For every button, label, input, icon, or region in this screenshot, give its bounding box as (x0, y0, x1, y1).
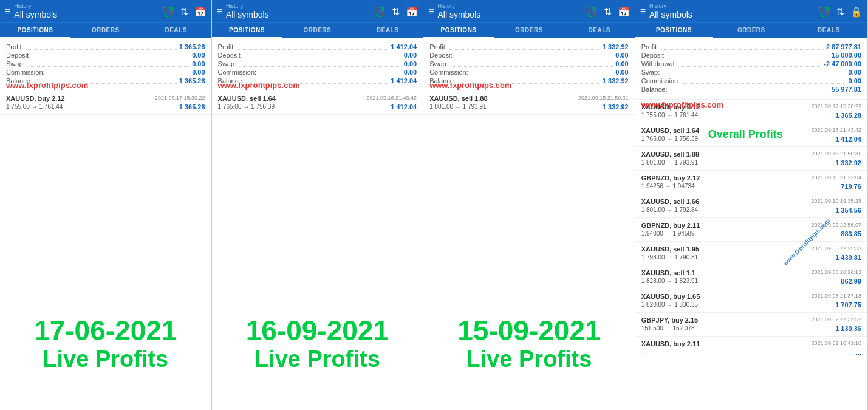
deposit-value: 0.00 (192, 52, 205, 59)
list-item: GBPNZD, buy 2.11 2021.09.02 22:56:07 1.9… (635, 218, 867, 242)
list-item: GBPJPY, buy 2.15 2021.09.02 22:32:52 151… (635, 313, 867, 337)
panel-3-body: Profit: 1 332.92 Deposit 0.00 Swap: 0.00… (423, 38, 635, 410)
overlay-date-3: 15-09-2021 (423, 315, 635, 346)
menu-icon[interactable]: ≡ (5, 6, 10, 17)
panel-2-header: ≡ History All symbols 💱 ⇅ 📅 (212, 0, 423, 22)
tab-positions-2[interactable]: POSITIONS (212, 23, 282, 38)
list-item: XAUUSD, buy 2.11 2021.09.01 10:41:10 ...… (635, 337, 867, 359)
tab-orders-4[interactable]: ORDERS (713, 23, 790, 38)
list-item: XAUUSD, sell 1.88 2021.09.15 21:50:31 1 … (635, 147, 867, 171)
dollar-icon-4[interactable]: 💱 (818, 6, 830, 18)
overlay-profits-1: Live Profits (0, 346, 211, 374)
dollar-icon-2[interactable]: 💱 (374, 6, 386, 18)
header-small-label-3: History (437, 4, 480, 10)
header-small-label-2: History (226, 4, 269, 10)
panel-3-summary: Profit: 1 332.92 Deposit 0.00 Swap: 0.00… (423, 38, 635, 91)
overlay-date-1: 17-06-2021 (0, 315, 211, 346)
trade-price: 1 755.00 → 1 761.44 (6, 103, 63, 110)
overlay-profits-3: Live Profits (423, 346, 635, 374)
panel-4-header: ≡ History All symbols 💱 ⇅ 🔒 (635, 0, 867, 22)
list-item: XAUUSD, sell 1.1 2021.09.06 20:26:13 1 8… (635, 265, 867, 289)
sort-icon[interactable]: ⇅ (180, 6, 188, 18)
tab-positions-1[interactable]: POSITIONS (0, 23, 70, 38)
trade-item-2: XAUUSD, sell 1.64 2021.09.16 21:43:42 1 … (212, 91, 423, 115)
panel-2-body: Profit: 1 412.04 Deposit 0.00 Swap: 0.00… (212, 38, 423, 410)
tab-orders-3[interactable]: ORDERS (494, 23, 564, 38)
deposit-label: Deposit (6, 52, 29, 59)
panel-2-summary: Profit: 1 412.04 Deposit 0.00 Swap: 0.00… (212, 38, 423, 91)
list-item: XAUUSD, buy 1.65 2021.09.03 21:37:18 1 8… (635, 289, 867, 313)
tab-deals-3[interactable]: DEALS (564, 23, 635, 38)
panel-3-tabs: POSITIONS ORDERS DEALS (423, 22, 635, 38)
commission-value: 0.00 (192, 69, 205, 76)
panel-1-header: ≡ History All symbols 💱 ⇅ 📅 (0, 0, 211, 22)
tab-orders-2[interactable]: ORDERS (282, 23, 352, 38)
calendar-icon-2[interactable]: 📅 (406, 6, 418, 18)
panel-1-body: Profit: 1 365.28 Deposit 0.00 Swap: 0.00… (0, 38, 211, 410)
panel-4: ≡ History All symbols 💱 ⇅ 🔒 POSITIONS OR… (635, 0, 868, 410)
commission-label: Commission: (6, 69, 45, 76)
profit-value: 1 365.28 (179, 43, 205, 50)
overlay-profits-2: Live Profits (212, 346, 423, 374)
balance-label: Balance: (6, 77, 32, 84)
sort-icon-3[interactable]: ⇅ (604, 6, 612, 18)
menu-icon-3[interactable]: ≡ (428, 6, 434, 17)
header-small-label: History (14, 4, 57, 10)
tab-orders-1[interactable]: ORDERS (70, 23, 141, 38)
trades-list-4[interactable]: XAUUSD, buy 2.12 2021.09.17 15:30:22 1 7… (635, 100, 867, 359)
trade-name: XAUUSD, buy 2.12 (6, 95, 65, 102)
tab-deals-4[interactable]: DEALS (790, 23, 867, 38)
header-small-label-4: History (649, 4, 692, 10)
calendar-icon-3[interactable]: 📅 (618, 6, 630, 18)
header-big-label-4: All symbols (649, 10, 692, 20)
list-item: XAUUSD, buy 2.12 2021.09.17 15:30:22 1 7… (635, 100, 867, 123)
header-big-label: All symbols (14, 10, 57, 20)
profit-label: Profit: (6, 43, 24, 50)
panel-2: ≡ History All symbols 💱 ⇅ 📅 POSITIONS OR… (212, 0, 424, 410)
tab-deals-1[interactable]: DEALS (141, 23, 211, 38)
tab-deals-2[interactable]: DEALS (352, 23, 423, 38)
menu-icon-2[interactable]: ≡ (217, 6, 222, 17)
header-big-label-2: All symbols (226, 10, 269, 20)
trade-profit: 1 365.28 (179, 103, 205, 111)
trade-item: XAUUSD, buy 2.12 2021.09.17 15:30:22 1 7… (0, 91, 211, 115)
list-item: XAUUSD, sell 1.95 2021.09.08 22:25:33 1 … (635, 242, 867, 265)
panel-1-summary: Profit: 1 365.28 Deposit 0.00 Swap: 0.00… (0, 38, 211, 91)
dollar-icon[interactable]: 💱 (162, 6, 174, 18)
panel-1: ≡ History All symbols 💱 ⇅ 📅 POSITIONS OR… (0, 0, 212, 410)
trade-item-3: XAUUSD, sell 1.88 2021.09.15 21:50:31 1 … (423, 91, 635, 115)
lock-icon-4[interactable]: 🔒 (850, 6, 863, 18)
panel-3: ≡ History All symbols 💱 ⇅ 📅 POSITIONS OR… (423, 0, 635, 410)
panel-4-tabs: POSITIONS ORDERS DEALS (635, 22, 867, 38)
balance-value: 1 365.28 (179, 77, 205, 84)
panel-2-tabs: POSITIONS ORDERS DEALS (212, 22, 423, 38)
panel-1-tabs: POSITIONS ORDERS DEALS (0, 22, 211, 38)
overlay-date-2: 16-09-2021 (212, 315, 423, 346)
trade-date: 2021.09.17 15:30:22 (155, 95, 205, 101)
list-item: XAUUSD, sell 1.64 2021.09.16 21:43:42 1 … (635, 123, 867, 147)
menu-icon-4[interactable]: ≡ (640, 6, 646, 17)
header-big-label-3: All symbols (437, 10, 480, 20)
panel-3-header: ≡ History All symbols 💱 ⇅ 📅 (423, 0, 635, 22)
panel-4-summary: Profit: 2 87 977.81 Deposit 15 000.00 ww… (635, 38, 867, 100)
sort-icon-4[interactable]: ⇅ (836, 6, 844, 18)
tab-positions-3[interactable]: POSITIONS (423, 23, 494, 38)
swap-label: Swap: (6, 60, 25, 67)
list-item: XAUUSD, sell 1.66 2021.09.10 19:35:28 1 … (635, 194, 867, 218)
sort-icon-2[interactable]: ⇅ (392, 6, 400, 18)
tab-positions-4[interactable]: POSITIONS (635, 23, 713, 38)
swap-value: 0.00 (192, 60, 205, 67)
dollar-icon-3[interactable]: 💱 (586, 6, 598, 18)
calendar-icon[interactable]: 📅 (194, 6, 207, 18)
list-item: GBPNZD, buy 2.12 2021.09.13 21:22:04 1.9… (635, 171, 867, 194)
panel-4-body: Profit: 2 87 977.81 Deposit 15 000.00 ww… (635, 38, 867, 410)
